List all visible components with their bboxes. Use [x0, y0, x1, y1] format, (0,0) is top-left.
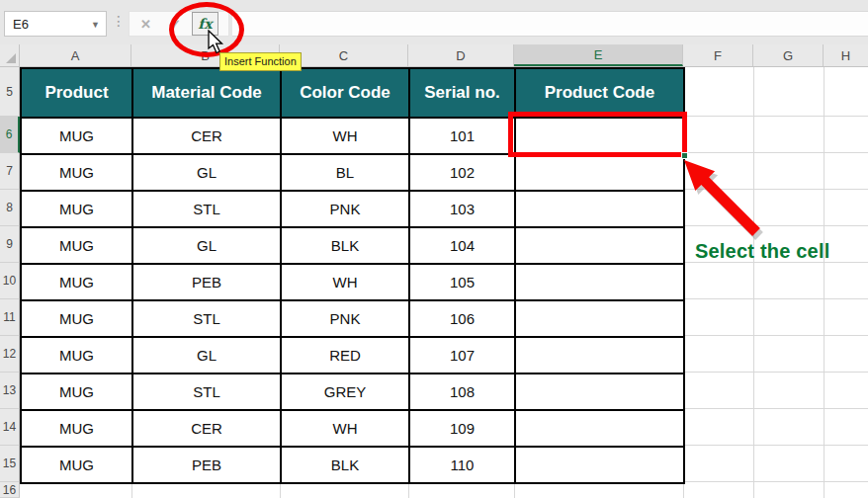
cell-b7[interactable]: GL: [133, 155, 282, 192]
insert-function-tooltip: Insert Function: [219, 52, 302, 71]
row-header-16[interactable]: 16: [0, 482, 20, 498]
cell-e12[interactable]: [516, 338, 685, 374]
row-header-9[interactable]: 9: [0, 226, 20, 263]
toolbar-grip-icon: ⋮: [112, 13, 126, 29]
cell-d14[interactable]: 109: [410, 411, 516, 448]
table-header-product: Product: [22, 69, 133, 119]
cell-e11[interactable]: [516, 301, 685, 338]
cell-b6[interactable]: CER: [133, 119, 282, 155]
cell-c14[interactable]: WH: [282, 411, 410, 448]
cell-a10[interactable]: MUG: [22, 265, 133, 301]
gridline-below-table-1: [131, 482, 132, 498]
row-header-6-selected[interactable]: 6: [0, 117, 20, 153]
cell-e10[interactable]: [516, 265, 685, 301]
row-header-13[interactable]: 13: [0, 373, 20, 409]
cell-b14[interactable]: CER: [133, 411, 282, 448]
cell-a12[interactable]: MUG: [22, 338, 133, 374]
formula-bar-input[interactable]: [232, 11, 868, 37]
gridline-below-table-2: [280, 482, 281, 498]
cell-c15[interactable]: BLK: [282, 448, 410, 484]
cell-d12[interactable]: 107: [410, 338, 516, 374]
cell-e13[interactable]: [516, 374, 685, 411]
row-header-8[interactable]: 8: [0, 190, 20, 226]
cell-d7[interactable]: 102: [410, 155, 516, 192]
cancel-icon[interactable]: ✕: [132, 14, 159, 34]
cell-d15[interactable]: 110: [410, 448, 516, 484]
cell-e8[interactable]: [516, 192, 685, 228]
cell-d13[interactable]: 108: [410, 374, 516, 411]
name-box-dropdown-icon[interactable]: ▼: [91, 20, 100, 30]
cell-a11[interactable]: MUG: [22, 301, 133, 338]
cell-a15[interactable]: MUG: [22, 448, 133, 484]
column-header-d[interactable]: D: [408, 44, 514, 66]
name-box[interactable]: E6 ▼: [4, 11, 107, 37]
cell-d11[interactable]: 106: [410, 301, 516, 338]
cell-a9[interactable]: MUG: [22, 228, 133, 265]
column-header-f[interactable]: F: [683, 44, 753, 66]
select-all-button[interactable]: [0, 44, 20, 66]
cell-c9[interactable]: BLK: [282, 228, 410, 265]
cell-b13[interactable]: STL: [133, 374, 282, 411]
selected-cell-red-highlight: [508, 112, 687, 157]
column-header-a[interactable]: A: [20, 44, 131, 66]
name-box-value: E6: [13, 17, 29, 32]
cell-c13[interactable]: GREY: [282, 374, 410, 411]
cell-a13[interactable]: MUG: [22, 374, 133, 411]
cell-e15[interactable]: [516, 448, 685, 484]
column-header-strip: A B C D E F G H: [0, 44, 868, 67]
red-circle-annotation: [169, 2, 244, 57]
cell-d9[interactable]: 104: [410, 228, 516, 265]
selection-fill-handle[interactable]: [681, 152, 688, 159]
mouse-cursor-icon: [208, 30, 225, 55]
cell-c7[interactable]: BL: [282, 155, 410, 192]
gridline-below-table-3: [408, 482, 409, 498]
cell-c12[interactable]: RED: [282, 338, 410, 374]
gridline-vertical-gh: [824, 67, 825, 498]
row-header-5[interactable]: 5: [0, 67, 20, 117]
column-header-e-selected[interactable]: E: [514, 44, 683, 66]
cell-b12[interactable]: GL: [133, 338, 282, 374]
row-header-15[interactable]: 15: [0, 446, 20, 482]
cell-b9[interactable]: GL: [133, 228, 282, 265]
gridline-vertical-fg: [753, 67, 754, 498]
excel-window: E6 ▼ ⋮ ✕ ✓ fx A B C D E F G H 5 6 7 8 9 …: [0, 0, 868, 498]
select-the-cell-label: Select the cell: [695, 240, 829, 263]
cell-a8[interactable]: MUG: [22, 192, 133, 228]
cell-a14[interactable]: MUG: [22, 411, 133, 448]
gridline-below-table-5: [683, 482, 684, 498]
cell-b8[interactable]: STL: [133, 192, 282, 228]
cell-e7[interactable]: [516, 155, 685, 192]
table-header-serial-no: Serial no.: [410, 69, 516, 119]
cell-b15[interactable]: PEB: [133, 448, 282, 484]
select-all-triangle-icon: [6, 53, 16, 63]
row-header-10[interactable]: 10: [0, 263, 20, 299]
cell-c8[interactable]: PNK: [282, 192, 410, 228]
row-header-12[interactable]: 12: [0, 336, 20, 373]
table-header-material-code: Material Code: [133, 69, 282, 119]
column-header-g[interactable]: G: [753, 44, 824, 66]
cell-e9[interactable]: [516, 228, 685, 265]
table-header-color-code: Color Code: [282, 69, 410, 119]
cell-a6[interactable]: MUG: [22, 119, 133, 155]
cell-d8[interactable]: 103: [410, 192, 516, 228]
cell-c11[interactable]: PNK: [282, 301, 410, 338]
cell-d6[interactable]: 101: [410, 119, 516, 155]
cell-b11[interactable]: STL: [133, 301, 282, 338]
column-header-h[interactable]: H: [824, 44, 868, 66]
row-header-7[interactable]: 7: [0, 153, 20, 190]
row-header-11[interactable]: 11: [0, 299, 20, 336]
cell-b10[interactable]: PEB: [133, 265, 282, 301]
row-header-14[interactable]: 14: [0, 409, 20, 446]
cell-c6[interactable]: WH: [282, 119, 410, 155]
gridline-below-table-4: [514, 482, 515, 498]
cell-c10[interactable]: WH: [282, 265, 410, 301]
cell-a7[interactable]: MUG: [22, 155, 133, 192]
formula-toolbar: E6 ▼ ⋮ ✕ ✓ fx: [0, 0, 868, 44]
cell-e14[interactable]: [516, 411, 685, 448]
cell-d10[interactable]: 105: [410, 265, 516, 301]
